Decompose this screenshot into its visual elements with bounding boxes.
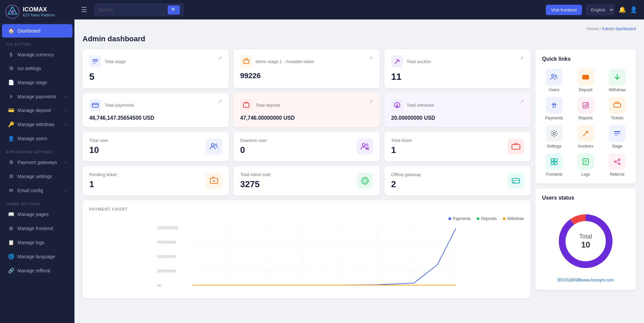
withdraw-icon: 🔑	[8, 121, 14, 127]
ql-tickets[interactable]: Tickets	[604, 97, 631, 120]
search-button[interactable]: 🔍	[168, 5, 180, 14]
ql-auctions-icon	[577, 125, 594, 142]
legend-payments: Payments	[448, 216, 471, 221]
demo-stage-arrow[interactable]: ↗	[369, 55, 373, 61]
total-user-label: Total user	[89, 138, 108, 143]
total-withdraw-arrow[interactable]: ↗	[520, 99, 524, 104]
logo: ICOMAX ICO Token Platform	[0, 0, 74, 24]
ql-payments[interactable]: Payments	[541, 97, 568, 120]
sidebar-item-manage-pages[interactable]: 📖 Manage pages	[2, 208, 72, 221]
ql-referral[interactable]: Referral	[604, 153, 631, 177]
ql-withdraw[interactable]: Withdraw	[604, 69, 631, 92]
ql-users-label: Users	[549, 88, 559, 92]
svg-rect-5	[93, 63, 96, 64]
sidebar-item-manage-referral[interactable]: 🔗 Manage refferal	[2, 264, 72, 277]
ql-users[interactable]: Users	[541, 69, 568, 92]
deposit-icon: 💳	[8, 107, 14, 113]
manage-currency-label: Manage currency	[17, 52, 54, 57]
sidebar-item-manage-payments[interactable]: ≡ Manage payments ›	[2, 90, 72, 103]
total-stage-icon	[89, 55, 101, 67]
payment-chart-card: PAYMENT CHART Payments Deposits Withd	[83, 200, 531, 298]
ql-users-icon	[546, 69, 562, 86]
total-deposit-icon	[240, 99, 252, 111]
ql-reports[interactable]: Reports	[572, 97, 599, 120]
manage-logs-label: Manage logs	[17, 240, 44, 245]
svg-rect-8	[244, 103, 249, 107]
manage-language-label: Manage language	[17, 254, 55, 259]
svg-text:1200000000K: 1200000000K	[157, 226, 178, 230]
sidebar-item-manage-logs[interactable]: 📋 Manage logs	[2, 236, 72, 249]
offline-gateway-icon	[508, 173, 524, 189]
topbar: ☰ 🔍 Visit frontend English 🔔 👤	[74, 0, 644, 19]
quick-links-card: Quick links Users	[535, 49, 636, 183]
ql-settings-label: Settings	[547, 144, 561, 149]
ql-stage-icon	[609, 125, 626, 142]
sidebar-item-manage-language[interactable]: 🌐 Manage language	[2, 250, 72, 263]
svg-rect-3	[93, 59, 98, 60]
hamburger-icon[interactable]: ☰	[81, 6, 87, 14]
language-select[interactable]: English	[586, 5, 614, 15]
ql-auctions[interactable]: Auctions	[572, 125, 599, 149]
sidebar-item-manage-frontend[interactable]: ⊞ Manage frontend	[2, 222, 72, 235]
sidebar-item-manage-currency[interactable]: $ Manage currency	[2, 48, 72, 61]
svg-point-62	[619, 163, 620, 165]
ql-reports-label: Reports	[579, 116, 593, 120]
bell-icon[interactable]: 🔔	[619, 6, 626, 13]
sidebar-item-manage-deposit[interactable]: 💳 Manage deposit ›	[2, 104, 72, 117]
svg-line-63	[616, 160, 618, 161]
sidebar-item-ico-settings[interactable]: ⚙ Ico settings	[2, 62, 72, 75]
total-deposit-card: Total deposit ↗ 47,746.00000000 USD	[233, 93, 380, 127]
svg-rect-47	[614, 103, 621, 107]
page-area: Home / Admin dashboard Admin dashboard	[74, 19, 644, 323]
sidebar-item-manage-users[interactable]: 👤 Manage users	[2, 132, 72, 145]
demo-stage-card: demo stage 1 - Avaiable token ↗ 99226	[233, 49, 380, 88]
total-user-icon	[206, 139, 222, 155]
sidebar-item-manage-stage[interactable]: 📄 Manage stage	[2, 76, 72, 89]
search-box: 🔍	[94, 3, 184, 16]
ico-setting-label: ICO SETTING	[0, 38, 74, 48]
total-stage-value: 5	[89, 71, 222, 82]
ql-deposit-label: Deposit	[579, 88, 593, 92]
svg-point-24	[513, 181, 515, 183]
sidebar-item-email-config[interactable]: ✉ Email config ›	[2, 184, 72, 197]
currency-icon: $	[8, 52, 14, 57]
svg-rect-6	[244, 60, 249, 63]
ql-frontend[interactable]: Frontend	[541, 153, 568, 177]
sidebar-item-dashboard[interactable]: 🏠 Dashboard	[2, 24, 72, 38]
ql-stage[interactable]: Stage	[604, 125, 631, 149]
pending-ticket-value: 1	[89, 179, 117, 190]
total-stage-arrow[interactable]: ↗	[218, 55, 222, 61]
withdraw-arrow: ›	[65, 122, 66, 126]
ql-logs[interactable]: Logs	[572, 153, 599, 177]
total-user-value: 10	[89, 145, 108, 155]
donut-value: 10	[579, 240, 592, 250]
svg-text:600000000K: 600000000K	[157, 255, 176, 259]
ql-withdraw-label: Withdraw	[609, 88, 626, 92]
ql-tickets-label: Tickets	[611, 116, 624, 120]
chart-title: PAYMENT CHART	[89, 207, 524, 212]
ql-settings[interactable]: Settings	[541, 125, 568, 149]
svg-rect-4	[93, 61, 98, 62]
total-deposit-arrow[interactable]: ↗	[369, 99, 373, 104]
total-stage-label: Total stage	[105, 59, 126, 64]
total-token-sold-label: Total token sold	[240, 172, 270, 177]
sidebar-item-manage-settings[interactable]: ⚙ Manage settings	[2, 170, 72, 183]
deposits-legend-label: Deposits	[481, 216, 497, 221]
pending-ticket-card: Pending ticket 1	[83, 166, 229, 196]
total-payments-arrow[interactable]: ↗	[218, 99, 222, 104]
sidebar-item-manage-withdraw[interactable]: 🔑 Manage withdraw ›	[2, 118, 72, 131]
deactive-user-icon	[357, 139, 373, 155]
ql-deposit[interactable]: Deposit	[572, 69, 599, 92]
sidebar-item-payment-gateways[interactable]: ⚙ Payment gateways ›	[2, 156, 72, 169]
total-payments-icon	[89, 99, 101, 111]
user-icon[interactable]: 👤	[630, 6, 637, 13]
theme-settings-label: THEME SETTINGS	[0, 198, 74, 207]
dashboard-icon: 🏠	[8, 28, 14, 34]
referral-icon: 🔗	[8, 268, 14, 274]
ql-referral-icon	[609, 153, 626, 170]
total-auction-arrow[interactable]: ↗	[520, 55, 524, 61]
search-input[interactable]	[98, 7, 165, 12]
visit-frontend-button[interactable]: Visit frontend	[546, 5, 582, 15]
gateways-arrow: ›	[65, 160, 66, 164]
deposit-arrow: ›	[65, 108, 66, 112]
